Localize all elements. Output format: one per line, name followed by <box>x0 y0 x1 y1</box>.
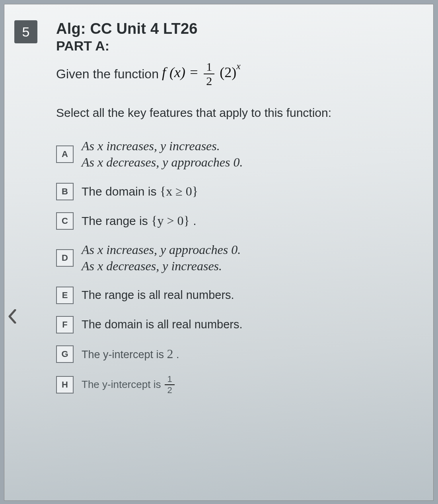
option-g[interactable]: G The y-intercept is 2 . <box>56 345 417 363</box>
stem-lead-text: Given the function <box>56 67 159 81</box>
option-a-line2: As x decreases, y approaches 0. <box>82 154 243 171</box>
option-d-line2: As x decreases, y increases. <box>82 258 241 275</box>
option-b-text: The domain is {x ≥ 0} <box>82 183 198 200</box>
option-d-line1: As x increases, y approaches 0. <box>82 242 241 258</box>
fraction-denominator: 2 <box>204 74 214 87</box>
option-c-text: The range is {y > 0} . <box>82 213 197 229</box>
part-label: PART A: <box>56 38 417 54</box>
option-e-text: The range is all real numbers. <box>82 288 234 303</box>
option-c-post: . <box>190 214 197 227</box>
option-h-frac-den: 2 <box>165 385 174 395</box>
option-b[interactable]: B The domain is {x ≥ 0} <box>56 183 417 200</box>
option-g-val: 2 <box>167 347 173 361</box>
option-e[interactable]: E The range is all real numbers. <box>56 287 417 304</box>
question-page: 5 Alg: CC Unit 4 LT26 PART A: Given the … <box>4 4 434 501</box>
option-c[interactable]: C The range is {y > 0} . <box>56 212 417 230</box>
option-b-checkbox[interactable]: B <box>56 183 74 200</box>
fraction-one-half: 1 2 <box>204 61 214 87</box>
fraction-numerator: 1 <box>204 61 214 74</box>
instruction-text: Select all the key features that apply t… <box>56 105 417 120</box>
content-area: Alg: CC Unit 4 LT26 PART A: Given the fu… <box>56 20 417 395</box>
option-a-line1: As x increases, y increases. <box>82 138 243 155</box>
option-h-fraction: 1 2 <box>165 375 174 395</box>
option-g-pre: The y-intercept is <box>82 349 167 361</box>
question-number-badge: 5 <box>14 20 37 43</box>
f-of-x-equals: f (x) = <box>162 64 199 80</box>
option-b-pre: The domain is <box>82 185 160 198</box>
option-h-checkbox[interactable]: H <box>56 376 74 394</box>
option-f[interactable]: F The domain is all real numbers. <box>56 316 417 333</box>
option-d[interactable]: D As x increases, y approaches 0. As x d… <box>56 242 417 275</box>
prev-arrow-icon[interactable] <box>5 306 19 326</box>
function-expression: f (x) = 1 2 (2)x <box>162 61 241 87</box>
option-g-checkbox[interactable]: G <box>56 345 74 363</box>
option-h-frac-num: 1 <box>165 375 174 385</box>
base-two: (2) <box>220 64 236 80</box>
option-c-set: {y > 0} <box>151 213 190 228</box>
option-d-text: As x increases, y approaches 0. As x dec… <box>82 242 241 275</box>
unit-title: Alg: CC Unit 4 LT26 <box>56 20 417 37</box>
option-e-checkbox[interactable]: E <box>56 287 74 304</box>
option-g-post: . <box>173 349 179 361</box>
option-f-checkbox[interactable]: F <box>56 316 74 333</box>
option-c-checkbox[interactable]: C <box>56 212 74 230</box>
option-h[interactable]: H The y-intercept is 1 2 <box>56 375 417 395</box>
option-h-text: The y-intercept is 1 2 <box>82 375 176 395</box>
option-h-pre: The y-intercept is <box>82 378 161 392</box>
option-a-checkbox[interactable]: A <box>56 145 74 163</box>
option-c-pre: The range is <box>82 214 151 227</box>
option-d-checkbox[interactable]: D <box>56 249 74 267</box>
exponent-x: x <box>236 61 240 71</box>
option-b-set: {x ≥ 0} <box>160 184 198 198</box>
option-a-text: As x increases, y increases. As x decrea… <box>82 138 243 171</box>
option-a[interactable]: A As x increases, y increases. As x decr… <box>56 138 417 171</box>
question-stem: Given the function f (x) = 1 2 (2)x <box>56 61 417 87</box>
option-f-text: The domain is all real numbers. <box>82 317 243 332</box>
question-number: 5 <box>22 24 30 40</box>
option-g-text: The y-intercept is 2 . <box>82 346 179 362</box>
answer-list: A As x increases, y increases. As x decr… <box>56 138 417 395</box>
